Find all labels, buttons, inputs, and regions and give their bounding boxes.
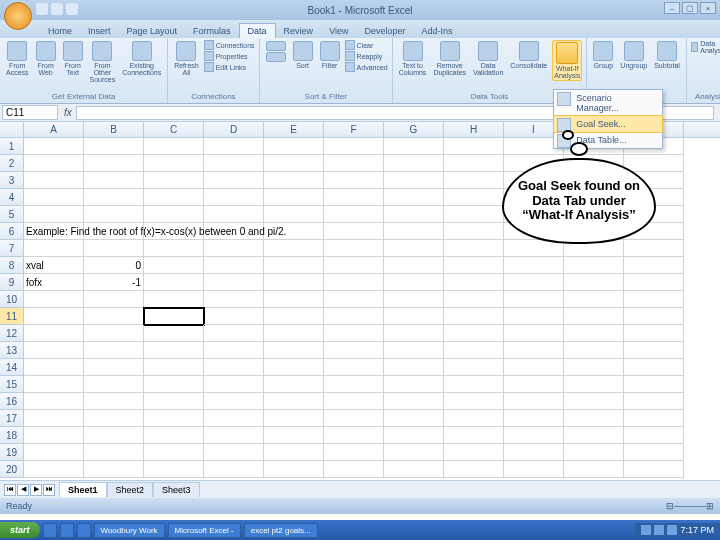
cell-B1[interactable] bbox=[84, 138, 144, 155]
cell-H11[interactable] bbox=[444, 308, 504, 325]
cell-H6[interactable] bbox=[444, 223, 504, 240]
conn-0[interactable]: Connections bbox=[204, 40, 255, 50]
quick-access-toolbar[interactable] bbox=[36, 3, 78, 15]
cell-D19[interactable] bbox=[204, 444, 264, 461]
cell-I20[interactable] bbox=[504, 461, 564, 478]
cell-K9[interactable] bbox=[624, 274, 684, 291]
cell-E8[interactable] bbox=[264, 257, 324, 274]
cell-D17[interactable] bbox=[204, 410, 264, 427]
cell-K15[interactable] bbox=[624, 376, 684, 393]
col-header-A[interactable]: A bbox=[24, 122, 84, 137]
cell-A3[interactable] bbox=[24, 172, 84, 189]
cell-C7[interactable] bbox=[144, 240, 204, 257]
cell-A20[interactable] bbox=[24, 461, 84, 478]
cell-K18[interactable] bbox=[624, 427, 684, 444]
cell-B12[interactable] bbox=[84, 325, 144, 342]
tab-add-ins[interactable]: Add-Ins bbox=[414, 24, 461, 38]
cell-H12[interactable] bbox=[444, 325, 504, 342]
cell-H13[interactable] bbox=[444, 342, 504, 359]
cell-E7[interactable] bbox=[264, 240, 324, 257]
cell-E9[interactable] bbox=[264, 274, 324, 291]
row-header-9[interactable]: 9 bbox=[0, 274, 24, 291]
cell-B3[interactable] bbox=[84, 172, 144, 189]
cell-G16[interactable] bbox=[384, 393, 444, 410]
row-header-1[interactable]: 1 bbox=[0, 138, 24, 155]
cell-I19[interactable] bbox=[504, 444, 564, 461]
cell-E2[interactable] bbox=[264, 155, 324, 172]
cell-G10[interactable] bbox=[384, 291, 444, 308]
cell-E10[interactable] bbox=[264, 291, 324, 308]
cell-G18[interactable] bbox=[384, 427, 444, 444]
sf-0[interactable]: Clear bbox=[345, 40, 388, 50]
cell-F19[interactable] bbox=[324, 444, 384, 461]
cell-D10[interactable] bbox=[204, 291, 264, 308]
cell-B8[interactable]: 0 bbox=[84, 257, 144, 274]
cell-F3[interactable] bbox=[324, 172, 384, 189]
cell-K10[interactable] bbox=[624, 291, 684, 308]
cell-B11[interactable] bbox=[84, 308, 144, 325]
cell-B15[interactable] bbox=[84, 376, 144, 393]
cell-G13[interactable] bbox=[384, 342, 444, 359]
cell-J20[interactable] bbox=[564, 461, 624, 478]
cell-F8[interactable] bbox=[324, 257, 384, 274]
cell-B20[interactable] bbox=[84, 461, 144, 478]
col-header-B[interactable]: B bbox=[84, 122, 144, 137]
cell-K8[interactable] bbox=[624, 257, 684, 274]
row-header-17[interactable]: 17 bbox=[0, 410, 24, 427]
cell-B19[interactable] bbox=[84, 444, 144, 461]
row-header-8[interactable]: 8 bbox=[0, 257, 24, 274]
cell-H14[interactable] bbox=[444, 359, 504, 376]
cell-A10[interactable] bbox=[24, 291, 84, 308]
cell-C9[interactable] bbox=[144, 274, 204, 291]
cell-G19[interactable] bbox=[384, 444, 444, 461]
cell-K17[interactable] bbox=[624, 410, 684, 427]
cell-F1[interactable] bbox=[324, 138, 384, 155]
cell-E13[interactable] bbox=[264, 342, 324, 359]
sf-2[interactable]: Advanced bbox=[345, 62, 388, 72]
cell-H15[interactable] bbox=[444, 376, 504, 393]
cell-J18[interactable] bbox=[564, 427, 624, 444]
cell-J8[interactable] bbox=[564, 257, 624, 274]
taskbar-button-2[interactable]: excel pt2 goals... bbox=[244, 523, 318, 538]
cell-H19[interactable] bbox=[444, 444, 504, 461]
row-header-13[interactable]: 13 bbox=[0, 342, 24, 359]
cell-K12[interactable] bbox=[624, 325, 684, 342]
cell-B16[interactable] bbox=[84, 393, 144, 410]
cell-I14[interactable] bbox=[504, 359, 564, 376]
cell-B17[interactable] bbox=[84, 410, 144, 427]
cell-D4[interactable] bbox=[204, 189, 264, 206]
row-header-14[interactable]: 14 bbox=[0, 359, 24, 376]
cell-K16[interactable] bbox=[624, 393, 684, 410]
cell-E18[interactable] bbox=[264, 427, 324, 444]
cell-H17[interactable] bbox=[444, 410, 504, 427]
cell-H8[interactable] bbox=[444, 257, 504, 274]
row-header-7[interactable]: 7 bbox=[0, 240, 24, 257]
filter-button[interactable]: Filter bbox=[318, 40, 342, 72]
cell-I18[interactable] bbox=[504, 427, 564, 444]
quicklaunch-0[interactable] bbox=[43, 523, 57, 538]
cell-G1[interactable] bbox=[384, 138, 444, 155]
cell-D12[interactable] bbox=[204, 325, 264, 342]
row-header-6[interactable]: 6 bbox=[0, 223, 24, 240]
cell-A8[interactable]: xval bbox=[24, 257, 84, 274]
cell-A9[interactable]: fofx bbox=[24, 274, 84, 291]
cell-E11[interactable] bbox=[264, 308, 324, 325]
cell-H3[interactable] bbox=[444, 172, 504, 189]
cell-J16[interactable] bbox=[564, 393, 624, 410]
cell-F2[interactable] bbox=[324, 155, 384, 172]
cell-B2[interactable] bbox=[84, 155, 144, 172]
cell-F9[interactable] bbox=[324, 274, 384, 291]
cell-G14[interactable] bbox=[384, 359, 444, 376]
cell-E4[interactable] bbox=[264, 189, 324, 206]
cell-C11[interactable] bbox=[144, 308, 204, 325]
cell-H20[interactable] bbox=[444, 461, 504, 478]
cell-C10[interactable] bbox=[144, 291, 204, 308]
cell-C13[interactable] bbox=[144, 342, 204, 359]
cell-C20[interactable] bbox=[144, 461, 204, 478]
cell-E20[interactable] bbox=[264, 461, 324, 478]
sheet-tab-sheet1[interactable]: Sheet1 bbox=[59, 482, 107, 497]
col-header-C[interactable]: C bbox=[144, 122, 204, 137]
cell-G7[interactable] bbox=[384, 240, 444, 257]
ext-btn-4[interactable]: ExistingConnections bbox=[120, 40, 163, 84]
cell-H5[interactable] bbox=[444, 206, 504, 223]
